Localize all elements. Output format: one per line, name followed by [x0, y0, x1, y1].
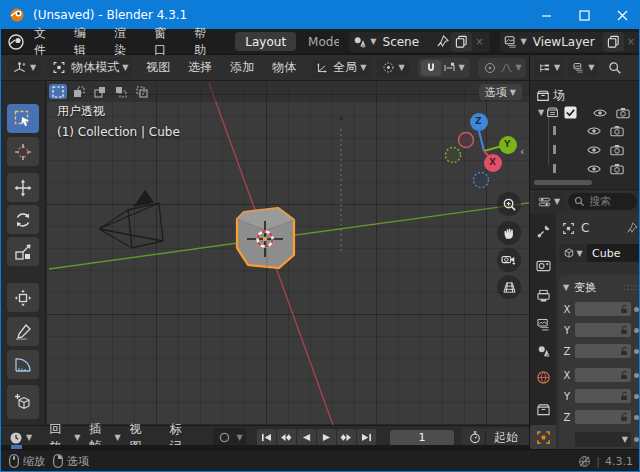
outliner-display-mode-button[interactable]: ▼	[568, 58, 598, 78]
location-y-row[interactable]: Y	[563, 322, 639, 338]
jump-to-end-button[interactable]	[357, 429, 376, 446]
rotation-z-field[interactable]	[575, 410, 631, 424]
outliner-row-light[interactable]	[530, 160, 640, 177]
next-keyframe-button[interactable]	[337, 429, 356, 446]
viewlayer-browse-button[interactable]: ▼	[503, 35, 527, 49]
workspace-tab-modeling-clipped[interactable]: Mode	[308, 35, 339, 49]
pan-tool-button[interactable]	[497, 221, 521, 245]
pin-icon[interactable]	[626, 222, 638, 234]
tab-scene[interactable]	[530, 339, 556, 363]
animate-decorator[interactable]	[634, 307, 639, 312]
tab-render[interactable]	[530, 253, 556, 277]
play-button[interactable]	[317, 429, 336, 446]
tool-cursor-button[interactable]	[7, 137, 39, 166]
select-mode-extend-button[interactable]	[70, 84, 88, 99]
stopwatch-icon[interactable]	[465, 430, 485, 446]
tool-select-box-button[interactable]	[7, 104, 39, 133]
close-button[interactable]	[603, 1, 640, 29]
sidebar-collapse-arrow[interactable]: ‹	[520, 145, 524, 158]
tab-output[interactable]	[530, 283, 556, 307]
pin-icon[interactable]	[436, 35, 449, 48]
hide-eye-icon[interactable]	[587, 163, 601, 175]
menu-render[interactable]: 渲染	[105, 25, 145, 59]
new-viewlayer-button[interactable]	[603, 32, 624, 52]
menu-edit[interactable]: 编辑	[65, 25, 105, 59]
tool-rotate-button[interactable]	[7, 205, 39, 234]
tool-move-button[interactable]	[7, 173, 39, 202]
mode-dropdown[interactable]: 物体模式 ▼	[47, 58, 133, 78]
menu-help[interactable]: 帮助	[185, 25, 225, 59]
rotation-x-row[interactable]: X	[563, 367, 639, 383]
tab-collection[interactable]	[530, 397, 556, 421]
outliner-search-icon[interactable]	[608, 61, 622, 75]
menu-object[interactable]: 物体	[263, 59, 305, 76]
tool-transform-button[interactable]	[7, 283, 39, 312]
rotation-y-field[interactable]	[575, 389, 631, 403]
animate-decorator[interactable]	[634, 349, 639, 354]
outliner-row-collection[interactable]: ▼	[530, 104, 640, 121]
blender-menu-icon[interactable]	[7, 33, 25, 51]
menu-window[interactable]: 窗口	[145, 25, 185, 59]
tool-scale-button[interactable]	[7, 237, 39, 266]
collection-checkbox[interactable]	[564, 106, 577, 119]
outliner-row-camera[interactable]	[530, 122, 640, 139]
location-x-field[interactable]	[575, 302, 631, 316]
select-mode-invert-button[interactable]	[112, 84, 130, 99]
new-scene-button[interactable]	[451, 32, 472, 52]
viewlayer-name-field[interactable]: ViewLayer	[527, 35, 601, 49]
menu-view[interactable]: 视图	[137, 59, 179, 76]
rotation-z-row[interactable]: Z	[563, 409, 639, 425]
tab-view-layer[interactable]	[530, 312, 556, 336]
zoom-tool-button[interactable]	[497, 192, 521, 216]
scene-browse-button[interactable]: ▼	[352, 35, 376, 49]
tool-measure-button[interactable]	[7, 350, 39, 379]
breadcrumb-object-label[interactable]: C	[581, 221, 589, 235]
scene-name-field[interactable]: Scene	[377, 35, 437, 49]
pivot-point-dropdown[interactable]: ▼	[377, 58, 409, 78]
jump-to-start-button[interactable]	[257, 429, 276, 446]
snap-mode-dropdown[interactable]: ▼	[441, 60, 467, 76]
location-z-field[interactable]	[575, 344, 631, 358]
render-camera-icon[interactable]	[616, 107, 630, 119]
gizmo-y-label[interactable]: Y	[504, 139, 511, 149]
animate-decorator[interactable]	[634, 394, 639, 399]
gizmo-x-label[interactable]: X	[489, 157, 496, 167]
hide-eye-icon[interactable]	[593, 107, 607, 119]
current-frame-field[interactable]: 1	[390, 430, 454, 446]
unlink-scene-button[interactable]: ×	[472, 36, 486, 47]
proportional-editing-toggle[interactable]	[481, 60, 499, 76]
transform-panel-header[interactable]: ▼ 变换 ::::	[563, 279, 638, 295]
rotation-mode-dropdown[interactable]: ▼	[575, 432, 631, 447]
select-mode-new-button[interactable]	[49, 84, 67, 99]
render-camera-icon[interactable]	[610, 125, 624, 137]
animate-decorator[interactable]	[634, 373, 639, 378]
location-y-field[interactable]	[575, 323, 631, 337]
location-x-row[interactable]: X	[563, 301, 639, 317]
tab-object[interactable]	[530, 425, 556, 449]
object-browse-dropdown[interactable]: ▼	[559, 244, 587, 262]
tool-annotate-button[interactable]	[7, 317, 39, 346]
expand-chevron-icon[interactable]: ▼	[538, 108, 544, 117]
workspace-tab-layout[interactable]: Layout	[235, 32, 296, 51]
outliner-row-scene-collection[interactable]: 场景集合	[530, 87, 640, 104]
outliner-editor-type-button[interactable]: ▼	[534, 58, 564, 78]
outliner-row-cube[interactable]	[530, 141, 640, 158]
autokey-record-button[interactable]	[216, 430, 234, 446]
properties-search-field[interactable]: 搜索	[568, 193, 637, 210]
animate-decorator[interactable]	[634, 437, 639, 442]
animate-decorator[interactable]	[634, 328, 639, 333]
hide-eye-icon[interactable]	[587, 125, 601, 137]
play-reverse-button[interactable]	[297, 429, 316, 446]
transform-orientation-dropdown[interactable]: 全局 ▼	[311, 58, 371, 78]
ortho-toggle-button[interactable]	[497, 275, 521, 299]
prev-keyframe-button[interactable]	[277, 429, 296, 446]
select-mode-intersect-button[interactable]	[133, 84, 151, 99]
camera-view-button[interactable]	[497, 248, 521, 272]
rotation-x-field[interactable]	[575, 368, 631, 382]
animate-decorator[interactable]	[634, 415, 639, 420]
select-mode-subtract-button[interactable]	[91, 84, 109, 99]
remove-viewlayer-button[interactable]: ×	[624, 36, 638, 47]
tool-add-cube-button[interactable]	[7, 385, 39, 419]
rotation-y-row[interactable]: Y	[563, 388, 639, 404]
tab-tool[interactable]	[530, 219, 556, 243]
